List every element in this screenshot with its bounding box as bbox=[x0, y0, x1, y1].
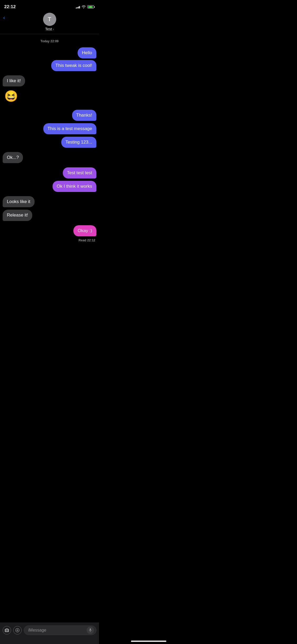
bubble-ok-think: Ok I think it works bbox=[53, 181, 96, 192]
wifi-icon bbox=[82, 5, 86, 8]
status-time: 22:12 bbox=[4, 4, 16, 10]
message-group-ok-think: Ok I think it works bbox=[3, 181, 96, 192]
bubble-emoji: 😆 bbox=[3, 90, 20, 103]
bubble-looks: Looks like it bbox=[3, 196, 35, 207]
contact-avatar[interactable]: T bbox=[43, 13, 56, 26]
signal-icon bbox=[76, 5, 80, 8]
message-group-test: This is a test message bbox=[3, 123, 96, 134]
nav-header: ‹ T Test › bbox=[0, 12, 99, 34]
bubble-like: I like it! bbox=[3, 75, 25, 86]
status-icons: ⚡ bbox=[76, 5, 95, 8]
timestamp-label: Today 22:09 bbox=[3, 39, 96, 43]
bubble-test-msg: This is a test message bbox=[43, 123, 96, 134]
message-group-okay: Okay :) bbox=[3, 225, 96, 236]
messages-area: Today 22:09 Hello This tweak is cool! I … bbox=[0, 34, 99, 268]
message-group-test-test: Test test test bbox=[3, 167, 96, 178]
battery-icon: ⚡ bbox=[87, 5, 95, 8]
bubble-test-test: Test test test bbox=[63, 167, 96, 178]
bubble-hello: Hello bbox=[78, 47, 96, 58]
message-group-testing: Testing 123... bbox=[3, 137, 96, 148]
bubble-tweak: This tweak is cool! bbox=[51, 60, 96, 71]
message-group-looks: Looks like it bbox=[3, 196, 96, 207]
read-receipt: Read 22:12 bbox=[3, 238, 96, 242]
message-group-tweak: This tweak is cool! bbox=[3, 60, 96, 71]
contact-name[interactable]: Test › bbox=[45, 27, 54, 31]
bubble-okay: Okay :) bbox=[73, 225, 96, 236]
bubble-ok-question: Ok...? bbox=[3, 152, 23, 163]
message-group-hello: Hello bbox=[3, 47, 96, 58]
status-bar: 22:12 ⚡ bbox=[0, 0, 99, 12]
back-button[interactable]: ‹ bbox=[3, 14, 5, 21]
chevron-icon: › bbox=[53, 27, 54, 31]
input-spacer bbox=[3, 243, 96, 264]
bubble-testing: Testing 123... bbox=[61, 137, 96, 148]
bubble-release: Release it! bbox=[3, 210, 32, 221]
message-group-like: I like it! bbox=[3, 75, 96, 86]
message-group-emoji: 😆 bbox=[3, 90, 96, 103]
message-group-ok-question: Ok...? bbox=[3, 152, 96, 163]
message-group-release: Release it! bbox=[3, 210, 96, 221]
bubble-thanks: Thanks! bbox=[72, 110, 96, 121]
message-group-thanks: Thanks! bbox=[3, 110, 96, 121]
